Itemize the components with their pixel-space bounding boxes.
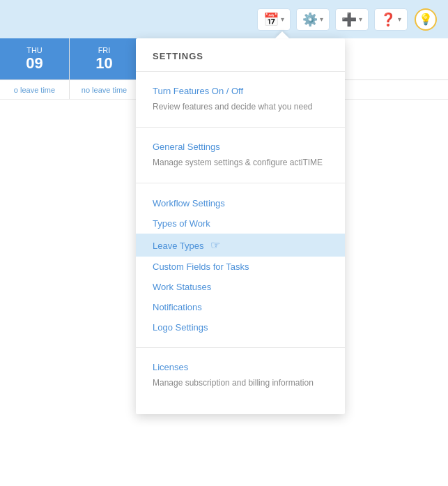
section-features: Turn Features On / Off Review features a…: [136, 72, 345, 128]
custom-fields-link[interactable]: Custom Fields for Tasks: [136, 257, 345, 277]
calendar-day-fri: Fri 10: [70, 38, 139, 79]
day-num-10: 10: [95, 54, 112, 73]
section-general: General Settings Manage system settings …: [136, 128, 345, 183]
logo-settings-link[interactable]: Logo Settings: [136, 317, 345, 337]
calendar-day-thu: Thu 09: [0, 38, 70, 79]
bulb-icon: 💡: [419, 13, 433, 26]
bulb-icon-button[interactable]: 💡: [415, 8, 437, 31]
calendar-icon: 📅: [263, 12, 279, 27]
leave-cell-1: o leave time: [0, 80, 70, 99]
topbar: 📅 ▾ ⚙️ ▾ ➕ ▾ ❓ ▾ 💡: [0, 0, 448, 38]
leave-types-link[interactable]: Leave Types ☞: [136, 234, 345, 257]
notifications-link[interactable]: Notifications: [136, 297, 345, 317]
plus-icon-group[interactable]: ➕ ▾: [335, 8, 369, 31]
plus-icon: ➕: [341, 12, 357, 27]
work-statuses-link[interactable]: Work Statuses: [136, 277, 345, 297]
licenses-link[interactable]: Licenses: [136, 358, 345, 377]
types-of-work-link[interactable]: Types of Work: [136, 213, 345, 234]
settings-title: SETTINGS: [136, 38, 345, 72]
question-icon-group[interactable]: ❓ ▾: [374, 8, 408, 31]
day-name-fri: Fri: [98, 46, 111, 54]
general-settings-sub: Manage system settings & configure actiT…: [136, 156, 345, 173]
turn-features-sub: Review features and decide what you need: [136, 100, 345, 117]
pointer-cursor-icon: ☞: [210, 238, 220, 252]
licenses-sub: Manage subscription and billing informat…: [136, 377, 345, 393]
leave-cell-2: no leave time: [70, 80, 139, 99]
day-num-09: 09: [26, 54, 43, 73]
calendar-icon-group[interactable]: 📅 ▾: [257, 8, 291, 31]
plus-chevron: ▾: [359, 15, 362, 23]
workflow-settings-link[interactable]: Workflow Settings: [136, 193, 345, 213]
day-name-thu: Thu: [26, 46, 43, 54]
calendar-chevron: ▾: [281, 15, 284, 23]
gear-icon: ⚙️: [302, 12, 318, 27]
gear-chevron: ▾: [320, 15, 323, 23]
settings-dropdown: SETTINGS Turn Features On / Off Review f…: [136, 38, 345, 414]
section-workflow: Workflow Settings Types of Work Leave Ty…: [136, 183, 345, 348]
gear-icon-group[interactable]: ⚙️ ▾: [296, 8, 330, 31]
question-chevron: ▾: [398, 15, 401, 23]
question-icon: ❓: [380, 12, 396, 27]
general-settings-link[interactable]: General Settings: [136, 137, 345, 156]
turn-features-link[interactable]: Turn Features On / Off: [136, 82, 345, 100]
section-licenses: Licenses Manage subscription and billing…: [136, 348, 345, 403]
